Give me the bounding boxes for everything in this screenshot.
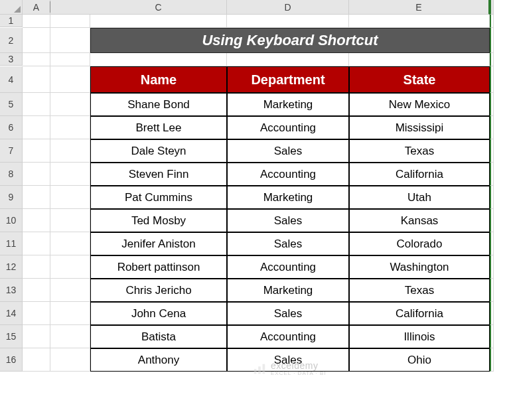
cell-f7[interactable] <box>490 139 494 163</box>
col-header-c[interactable]: C <box>90 0 227 15</box>
row-header-8[interactable]: 8 <box>0 163 23 186</box>
cell-f4[interactable] <box>490 66 494 93</box>
row-header-1[interactable]: 1 <box>0 15 23 27</box>
table-row[interactable]: Utah <box>349 186 490 209</box>
table-row[interactable]: Ted Mosby <box>90 209 227 232</box>
table-row[interactable]: Illinois <box>349 325 490 348</box>
cell-a6[interactable] <box>23 116 50 139</box>
table-row[interactable]: New Mexico <box>349 93 490 116</box>
table-row[interactable]: California <box>349 302 490 325</box>
cell-f10[interactable] <box>490 209 494 232</box>
cell-a3[interactable] <box>23 53 50 66</box>
cell-c1[interactable] <box>90 15 227 28</box>
row-header-12[interactable]: 12 <box>0 255 23 279</box>
table-row[interactable]: Anthony <box>90 348 227 372</box>
table-row[interactable]: Chris Jericho <box>90 279 227 302</box>
row-header-5[interactable]: 5 <box>0 93 23 116</box>
table-header-department[interactable]: Department <box>227 66 349 93</box>
row-header-9[interactable]: 9 <box>0 186 23 209</box>
table-row[interactable]: Shane Bond <box>90 93 227 116</box>
table-row[interactable]: Batista <box>90 325 227 348</box>
table-row[interactable]: Kansas <box>349 209 490 232</box>
table-row[interactable]: Sales <box>227 302 349 325</box>
table-row[interactable]: Accounting <box>227 255 349 279</box>
table-row[interactable]: Jenifer Aniston <box>90 232 227 255</box>
table-row[interactable]: California <box>349 163 490 186</box>
cell-f9[interactable] <box>490 186 494 209</box>
table-row[interactable]: Washington <box>349 255 490 279</box>
table-row[interactable]: Ohio <box>349 348 490 372</box>
cell-e1[interactable] <box>349 15 490 28</box>
table-row[interactable]: Steven Finn <box>90 163 227 186</box>
row-header-10[interactable]: 10 <box>0 209 23 232</box>
cell-f11[interactable] <box>490 232 494 255</box>
cell-a16[interactable] <box>23 348 50 372</box>
cell-f16[interactable] <box>490 348 494 372</box>
cell-a11[interactable] <box>23 232 50 255</box>
cell-f14[interactable] <box>490 302 494 325</box>
cell-a10[interactable] <box>23 209 50 232</box>
cell-e3[interactable] <box>349 53 490 66</box>
cell-f13[interactable] <box>490 279 494 302</box>
row-header-13[interactable]: 13 <box>0 279 23 302</box>
cell-a4[interactable] <box>23 66 50 93</box>
table-row[interactable]: Marketing <box>227 186 349 209</box>
table-row[interactable]: Marketing <box>227 93 349 116</box>
table-row[interactable]: Mississipi <box>349 116 490 139</box>
row-header-2[interactable]: 2 <box>0 28 23 53</box>
cell-f1[interactable] <box>490 15 494 28</box>
cell-d3[interactable] <box>227 53 349 66</box>
row-header-16[interactable]: 16 <box>0 348 23 372</box>
cell-a8[interactable] <box>23 163 50 186</box>
cell-d1[interactable] <box>227 15 349 28</box>
table-row[interactable]: Accounting <box>227 325 349 348</box>
cell-a5[interactable] <box>23 93 50 116</box>
cell-f15[interactable] <box>490 325 494 348</box>
table-row[interactable]: Sales <box>227 348 349 372</box>
table-row[interactable]: John Cena <box>90 302 227 325</box>
cell-a13[interactable] <box>23 279 50 302</box>
table-header-state[interactable]: State <box>349 66 490 93</box>
row-header-7[interactable]: 7 <box>0 139 23 163</box>
row-header-4[interactable]: 4 <box>0 66 23 93</box>
cell-f2[interactable] <box>490 28 494 53</box>
select-all-corner[interactable] <box>0 0 23 15</box>
table-row[interactable]: Pat Cummins <box>90 186 227 209</box>
cell-a12[interactable] <box>23 255 50 279</box>
table-row[interactable]: Texas <box>349 139 490 163</box>
row-header-3[interactable]: 3 <box>0 53 23 66</box>
row-header-6[interactable]: 6 <box>0 116 23 139</box>
cell-f5[interactable] <box>490 93 494 116</box>
col-header-hidden-split[interactable] <box>490 0 494 15</box>
cell-f8[interactable] <box>490 163 494 186</box>
table-row[interactable]: Robert pattinson <box>90 255 227 279</box>
cell-a2[interactable] <box>23 28 50 53</box>
title-cell[interactable]: Using Keyboard Shortcut <box>90 28 490 53</box>
table-row[interactable]: Marketing <box>227 279 349 302</box>
cell-c3[interactable] <box>90 53 227 66</box>
cell-f3[interactable] <box>490 53 494 66</box>
table-header-name[interactable]: Name <box>90 66 227 93</box>
cell-a1[interactable] <box>23 15 50 28</box>
col-header-e[interactable]: E <box>349 0 490 15</box>
table-row[interactable]: Sales <box>227 232 349 255</box>
cell-a15[interactable] <box>23 325 50 348</box>
table-row[interactable]: Accounting <box>227 163 349 186</box>
table-row[interactable]: Texas <box>349 279 490 302</box>
table-row[interactable]: Colorado <box>349 232 490 255</box>
cell-a7[interactable] <box>23 139 50 163</box>
table-row[interactable]: Dale Steyn <box>90 139 227 163</box>
cell-f6[interactable] <box>490 116 494 139</box>
row-header-11[interactable]: 11 <box>0 232 23 255</box>
row-header-15[interactable]: 15 <box>0 325 23 348</box>
cell-a14[interactable] <box>23 302 50 325</box>
table-row[interactable]: Accounting <box>227 116 349 139</box>
table-row[interactable]: Brett Lee <box>90 116 227 139</box>
table-row[interactable]: Sales <box>227 139 349 163</box>
cell-f12[interactable] <box>490 255 494 279</box>
table-row[interactable]: Sales <box>227 209 349 232</box>
col-header-d[interactable]: D <box>227 0 349 15</box>
col-header-a[interactable]: A <box>23 0 50 15</box>
row-header-14[interactable]: 14 <box>0 302 23 325</box>
cell-a9[interactable] <box>23 186 50 209</box>
